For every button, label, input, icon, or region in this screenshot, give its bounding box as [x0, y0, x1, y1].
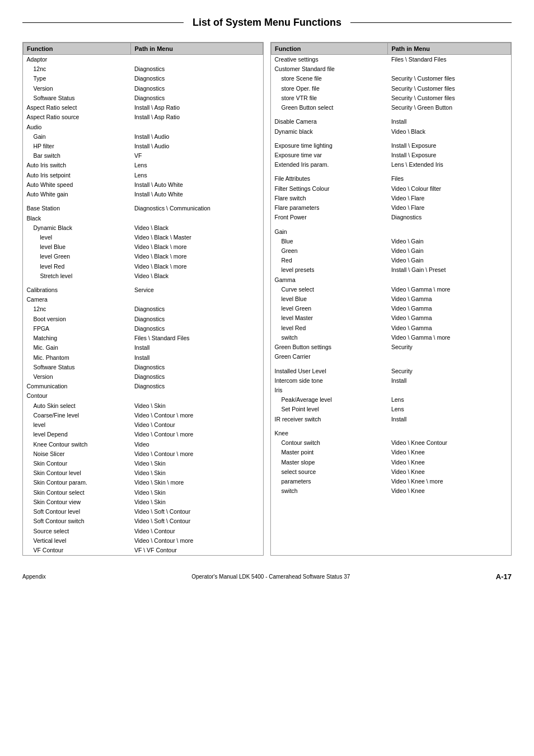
table-row: Disable CameraInstall: [271, 117, 511, 126]
path-cell: Video \ Skin: [131, 459, 263, 468]
path-cell: Video \ Contour \ more: [131, 449, 263, 459]
path-cell: VF \ VF Contour: [131, 546, 263, 555]
path-cell: VF: [131, 151, 263, 161]
table-row: Gamma: [271, 275, 511, 285]
table-row: CommunicationDiagnostics: [24, 382, 263, 391]
table-row: store Oper. fileSecurity \ Customer file…: [271, 84, 511, 93]
table-row: Set Point levelLens: [271, 405, 511, 414]
path-cell: Video \ Black: [131, 271, 263, 281]
function-cell: Skin Contour param.: [24, 478, 131, 487]
table-row: Stretch levelVideo \ Black: [24, 271, 263, 281]
path-cell: Video \ Gamma \ more: [388, 333, 511, 342]
path-cell: Install \ Auto White: [131, 190, 263, 199]
function-cell: Coarse/Fine level: [24, 411, 131, 420]
function-cell: Stretch level: [24, 271, 131, 281]
function-cell: Red: [271, 256, 388, 265]
table-row: Peak/Average levelLens: [271, 395, 511, 405]
function-cell: Iris: [271, 386, 388, 395]
table-row: BlueVideo \ Gain: [271, 237, 511, 246]
table-row: Knee: [271, 429, 511, 438]
function-cell: Front Power: [271, 213, 388, 222]
table-row: Skin Contour viewVideo \ Skin: [24, 497, 263, 507]
left-col2-header: Path in Menu: [131, 43, 263, 55]
table-row: switchVideo \ Knee: [271, 486, 511, 496]
table-row: TypeDiagnostics: [24, 74, 263, 83]
function-cell: Type: [24, 74, 131, 83]
table-row: Mic. PhantomInstall: [24, 353, 263, 363]
function-cell: Exposure time lighting: [271, 141, 388, 151]
path-cell: Video \ Skin: [131, 468, 263, 478]
right-table-section: Function Path in Menu Creative settingsF…: [270, 42, 512, 556]
path-cell: Install: [388, 376, 511, 386]
table-row: Front PowerDiagnostics: [271, 213, 511, 222]
table-row: File AttributesFiles: [271, 174, 511, 184]
function-cell: level: [24, 233, 131, 242]
path-cell: Video \ Flare: [388, 194, 511, 203]
path-cell: Lens \ Extended Iris: [388, 160, 511, 170]
table-row: [271, 137, 511, 141]
path-cell: Install \ Asp Ratio: [131, 112, 263, 122]
function-cell: Skin Contour: [24, 459, 131, 468]
path-cell: [131, 55, 263, 65]
path-cell: Video \ Gain: [388, 237, 511, 246]
path-cell: Video \ Knee: [388, 467, 511, 477]
function-cell: Flare parameters: [271, 203, 388, 213]
path-cell: Video \ Gamma: [388, 323, 511, 333]
table-row: parametersVideo \ Knee \ more: [271, 477, 511, 486]
path-cell: Video \ Gain: [388, 256, 511, 265]
function-cell: Bar switch: [24, 151, 131, 161]
path-cell: [131, 123, 263, 132]
table-row: Extended Iris param.Lens \ Extended Iris: [271, 160, 511, 170]
function-cell: level Blue: [271, 294, 388, 304]
table-row: Master slopeVideo \ Knee: [271, 458, 511, 467]
function-cell: Green Carrier: [271, 352, 388, 361]
table-row: Green Carrier: [271, 352, 511, 361]
path-cell: Diagnostics: [131, 64, 263, 74]
function-cell: Aspect Ratio source: [24, 112, 131, 122]
path-cell: Video \ Knee: [388, 486, 511, 496]
table-row: Gain: [271, 227, 511, 237]
function-cell: Filter Settings Colour: [271, 184, 388, 194]
table-row: Green Button settingsSecurity: [271, 342, 511, 352]
function-cell: 12nc: [24, 64, 131, 74]
function-cell: Contour: [24, 391, 131, 401]
table-row: Filter Settings ColourVideo \ Colour fil…: [271, 184, 511, 194]
function-cell: Software Status: [24, 363, 131, 372]
function-cell: Customer Standard file: [271, 64, 388, 74]
table-row: Green Button selectSecurity \ Green Butt…: [271, 103, 511, 112]
path-cell: Diagnostics: [131, 304, 263, 314]
function-cell: Auto Iris switch: [24, 161, 131, 170]
function-cell: level: [24, 420, 131, 430]
function-cell: Knee Contour switch: [24, 440, 131, 449]
path-cell: Install \ Auto White: [131, 180, 263, 190]
path-cell: Install \ Exposure: [388, 141, 511, 151]
function-cell: Installed User Level: [271, 367, 388, 376]
path-cell: Video \ Knee: [388, 448, 511, 457]
table-row: Skin ContourVideo \ Skin: [24, 459, 263, 468]
table-row: Software StatusDiagnostics: [24, 93, 263, 103]
table-row: Flare switchVideo \ Flare: [271, 194, 511, 203]
table-row: Camera: [24, 295, 263, 304]
page-title-area: List of System Menu Functions: [22, 17, 512, 29]
path-cell: Diagnostics: [131, 93, 263, 103]
path-cell: Video \ Knee: [388, 458, 511, 467]
path-cell: Video \ Black \ Master: [131, 233, 263, 242]
table-row: Source selectVideo \ Contour: [24, 527, 263, 536]
path-cell: Lens: [388, 405, 511, 414]
path-cell: Lens: [131, 161, 263, 170]
path-cell: Video \ Knee Contour: [388, 438, 511, 448]
path-cell: Install \ Audio: [131, 142, 263, 151]
table-row: level presetsInstall \ Gain \ Preset: [271, 265, 511, 275]
path-cell: Video \ Knee \ more: [388, 477, 511, 486]
function-cell: Noise Slicer: [24, 449, 131, 459]
table-row: Boot versionDiagnostics: [24, 314, 263, 324]
path-cell: Video \ Skin: [131, 497, 263, 507]
table-row: level BlueVideo \ Black \ more: [24, 242, 263, 252]
table-row: Skin Contour levelVideo \ Skin: [24, 468, 263, 478]
table-row: Creative settingsFiles \ Standard Files: [271, 55, 511, 65]
function-cell: Set Point level: [271, 405, 388, 414]
function-cell: Master slope: [271, 458, 388, 467]
table-row: Black: [24, 214, 263, 223]
table-row: RedVideo \ Gain: [271, 256, 511, 265]
function-cell: File Attributes: [271, 174, 388, 184]
